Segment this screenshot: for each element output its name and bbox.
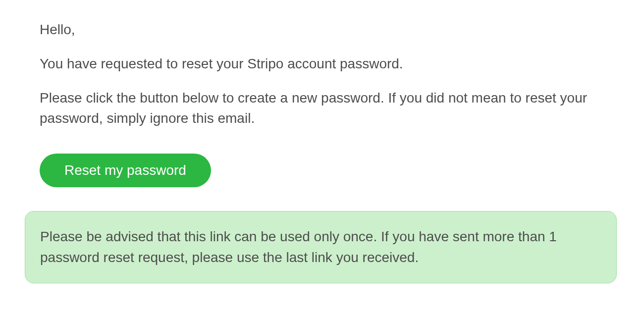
greeting-text: Hello,	[40, 20, 617, 39]
instructions-text: Please click the button below to create …	[40, 88, 617, 128]
intro-text: You have requested to reset your Stripo …	[40, 54, 617, 73]
reset-password-button[interactable]: Reset my password	[40, 154, 211, 187]
notice-text: Please be advised that this link can be …	[40, 229, 557, 265]
notice-box: Please be advised that this link can be …	[25, 211, 617, 283]
